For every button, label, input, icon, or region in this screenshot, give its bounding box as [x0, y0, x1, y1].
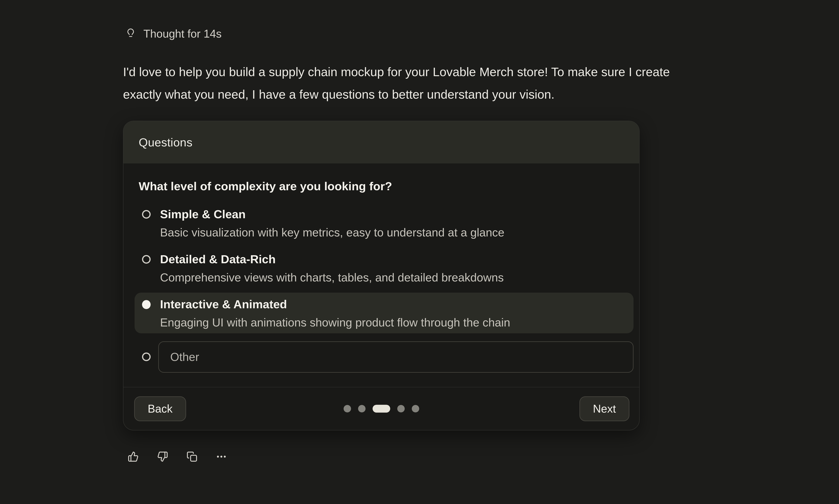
option-detailed-data-rich[interactable]: Detailed & Data-Rich Comprehensive views…: [135, 248, 633, 288]
thought-label: Thought for 14s: [143, 27, 222, 40]
thumbs-down-button[interactable]: [157, 450, 168, 464]
message-line: exactly what you need, I have a few ques…: [123, 83, 670, 106]
option-text: Simple & Clean Basic visualization with …: [160, 208, 504, 243]
radio-unselected-icon[interactable]: [142, 353, 151, 361]
pagination-dot: [412, 405, 419, 412]
radio-unselected-icon[interactable]: [142, 210, 151, 219]
assistant-message: I'd love to help you build a supply chai…: [123, 61, 670, 106]
card-footer: Back Next: [123, 387, 639, 430]
copy-button[interactable]: [186, 450, 198, 464]
option-label: Detailed & Data-Rich: [160, 253, 504, 266]
thought-toggle[interactable]: Thought for 14s: [124, 27, 223, 40]
option-description: Basic visualization with key metrics, ea…: [160, 226, 504, 239]
message-actions: [127, 450, 227, 464]
radio-selected-icon[interactable]: [142, 300, 151, 309]
next-button[interactable]: Next: [579, 396, 629, 421]
chat-message-view: Thought for 14s I'd love to help you bui…: [0, 0, 839, 504]
option-text: Interactive & Animated Engaging UI with …: [160, 298, 510, 333]
pagination-dot-active: [372, 405, 390, 413]
pagination-dot: [397, 405, 405, 412]
thumbs-down-icon: [157, 451, 168, 462]
thumbs-up-icon: [128, 451, 139, 462]
pagination-dot: [344, 405, 351, 412]
copy-icon: [187, 451, 197, 462]
option-interactive-animated[interactable]: Interactive & Animated Engaging UI with …: [135, 293, 633, 333]
option-label: Simple & Clean: [160, 208, 504, 221]
option-label: Interactive & Animated: [160, 298, 510, 311]
card-title: Questions: [139, 136, 193, 149]
pagination-dot: [358, 405, 366, 412]
option-description: Comprehensive views with charts, tables,…: [160, 271, 504, 284]
questions-card: Questions What level of complexity are y…: [123, 121, 640, 430]
option-simple-clean[interactable]: Simple & Clean Basic visualization with …: [135, 202, 633, 243]
back-button[interactable]: Back: [134, 396, 186, 421]
pagination-dots: [344, 405, 419, 413]
more-options-icon: [216, 451, 227, 462]
other-option-input[interactable]: [158, 341, 633, 373]
question-text: What level of complexity are you looking…: [139, 179, 624, 193]
card-header: Questions: [123, 121, 639, 163]
lightbulb-icon: [125, 28, 136, 39]
option-description: Engaging UI with animations showing prod…: [160, 316, 510, 329]
message-line: I'd love to help you build a supply chai…: [123, 61, 670, 83]
option-text: Detailed & Data-Rich Comprehensive views…: [160, 253, 504, 288]
option-other[interactable]: [135, 338, 633, 378]
radio-unselected-icon[interactable]: [142, 255, 151, 264]
thumbs-up-button[interactable]: [127, 450, 139, 464]
more-options-button[interactable]: [216, 450, 227, 464]
